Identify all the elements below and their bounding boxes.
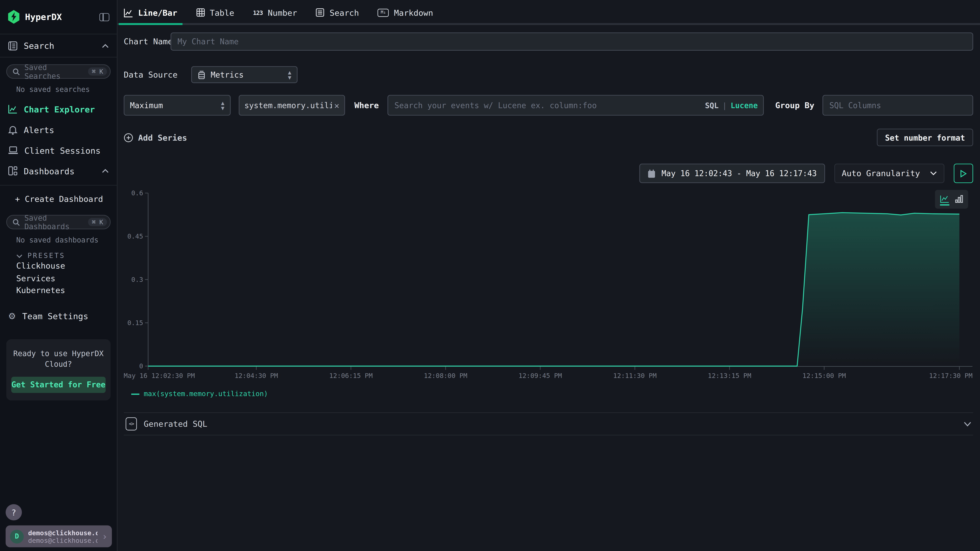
markdown-icon: M↓ (378, 8, 389, 16)
svg-text:12:09:45 PM: 12:09:45 PM (519, 372, 562, 380)
sidebar-item-dashboards[interactable]: Dashboards (0, 160, 117, 181)
main-content: Line/Bar Table 123 Number Search M↓ Ma (118, 0, 980, 551)
granularity-select[interactable]: Auto Granularity (834, 164, 944, 183)
chevron-down-icon (964, 421, 971, 426)
tab-markdown[interactable]: M↓ Markdown (378, 0, 433, 25)
tab-number[interactable]: 123 Number (253, 0, 297, 25)
cmd-k-badge: ⌘ K (88, 218, 107, 226)
tab-table[interactable]: Table (196, 0, 234, 25)
set-number-format-button[interactable]: Set number format (877, 129, 973, 146)
series-actions-row: Add Series Set number format (124, 129, 973, 146)
svg-text:0.15: 0.15 (127, 319, 143, 327)
run-query-button[interactable] (954, 164, 973, 183)
data-source-label: Data Source (124, 70, 178, 79)
remove-metric-icon[interactable]: × (334, 100, 339, 110)
where-input-wrap: SQL | Lucene (388, 95, 764, 116)
generated-sql-toggle[interactable]: <> Generated SQL (124, 412, 973, 435)
preset-item-clickhouse[interactable]: Clickhouse (0, 260, 117, 272)
gear-icon: ⚙ (8, 312, 16, 321)
svg-text:12:11:30 PM: 12:11:30 PM (613, 372, 657, 380)
line-chart-toggle-icon[interactable] (940, 195, 950, 205)
legend-label: max(system.memory.utilization) (144, 390, 268, 398)
preset-item-kubernetes[interactable]: Kubernetes (0, 284, 117, 297)
data-source-select[interactable]: Metrics ▲▼ (191, 66, 298, 83)
help-button[interactable]: ? (6, 504, 22, 520)
group-by-input[interactable] (822, 95, 973, 116)
divider (0, 185, 117, 186)
date-range-picker[interactable]: May 16 12:02:43 - May 16 12:17:43 (640, 164, 825, 183)
chevron-down-icon (16, 254, 23, 257)
tab-line-bar[interactable]: Line/Bar (124, 0, 177, 25)
tab-label: Table (210, 8, 234, 17)
table-icon (196, 8, 205, 17)
get-started-button[interactable]: Get Started for Free (11, 376, 105, 393)
nav-label: Dashboards (24, 166, 95, 176)
sidebar-item-team-settings[interactable]: ⚙ Team Settings (0, 306, 117, 326)
database-icon (197, 70, 206, 79)
bar-chart-toggle-icon[interactable] (955, 194, 963, 205)
timeseries-chart[interactable]: 00.150.30.450.6May 16 12:02:30 PM12:04:3… (124, 189, 972, 385)
sidebar-item-alerts[interactable]: Alerts (0, 119, 117, 140)
promo-title-line1: Ready to use HyperDX (11, 348, 105, 359)
date-range-value: May 16 12:02:43 - May 16 12:17:43 (662, 169, 817, 178)
chart-legend: max(system.memory.utilization) (124, 390, 973, 398)
group-by-label: Group By (775, 101, 815, 110)
search-page-icon (8, 41, 18, 51)
list-icon (316, 8, 325, 17)
chevron-up-icon (102, 169, 109, 173)
user-email: demos@clickhouse.com (28, 529, 98, 536)
svg-text:12:17:30 PM: 12:17:30 PM (929, 372, 973, 380)
line-chart-icon (8, 104, 18, 114)
query-language-toggle: SQL | Lucene (705, 95, 758, 116)
saved-searches-input[interactable]: Saved Searches ⌘ K (6, 64, 111, 79)
logo-row: HyperDX (0, 0, 117, 34)
toggle-separator: | (722, 101, 727, 110)
bell-icon (8, 125, 18, 135)
avatar: D (10, 529, 24, 543)
aggregation-select[interactable]: Maximum ▲▼ (124, 95, 231, 116)
line-chart-icon (124, 8, 133, 17)
lucene-mode-button[interactable]: Lucene (731, 101, 758, 110)
where-label: Where (355, 101, 379, 110)
play-icon (960, 170, 967, 177)
presets-toggle[interactable]: PRESETS (0, 252, 117, 260)
generated-sql-label: Generated SQL (144, 419, 207, 429)
sidebar-item-client-sessions[interactable]: Client Sessions (0, 140, 117, 160)
sidebar-item-chart-explorer[interactable]: Chart Explorer (0, 99, 117, 119)
data-source-row: Data Source Metrics ▲▼ (124, 66, 973, 83)
svg-text:0.3: 0.3 (131, 276, 143, 283)
user-subtitle: demos@clickhouse.com's (28, 536, 98, 544)
tab-search[interactable]: Search (316, 0, 359, 25)
no-saved-dashboards-note: No saved dashboards (0, 235, 117, 244)
sidebar-bottom: ? D demos@clickhouse.com demos@clickhous… (0, 504, 118, 551)
collapse-sidebar-icon[interactable] (99, 13, 110, 21)
metric-name: system.memory.utilization (244, 101, 332, 110)
svg-text:12:06:15 PM: 12:06:15 PM (329, 372, 373, 380)
sidebar-search-label: Search (24, 41, 95, 51)
app-window: HyperDX Search Saved Searches ⌘ K No sav… (0, 0, 980, 551)
granularity-value: Auto Granularity (842, 169, 920, 178)
add-series-button[interactable]: Add Series (124, 133, 187, 142)
chart-name-input[interactable] (171, 32, 973, 51)
saved-dashboards-input[interactable]: Saved Dashboards ⌘ K (6, 215, 111, 229)
preset-item-services[interactable]: Services (0, 272, 117, 284)
sidebar: HyperDX Search Saved Searches ⌘ K No sav… (0, 0, 118, 551)
svg-text:0.6: 0.6 (131, 189, 143, 197)
tab-track (118, 23, 980, 25)
aggregation-value: Maximum (130, 101, 163, 110)
tab-label: Line/Bar (138, 8, 177, 17)
chart-panel: 00.150.30.450.6May 16 12:02:30 PM12:04:3… (124, 189, 973, 398)
tab-bar: Line/Bar Table 123 Number Search M↓ Ma (124, 0, 973, 25)
svg-text:0: 0 (139, 362, 143, 370)
sql-mode-button[interactable]: SQL (705, 101, 719, 110)
data-source-value: Metrics (211, 70, 243, 79)
sidebar-item-search[interactable]: Search (0, 34, 117, 57)
user-meta: demos@clickhouse.com demos@clickhouse.co… (28, 529, 98, 544)
svg-text:12:04:30 PM: 12:04:30 PM (235, 372, 278, 380)
create-dashboard-button[interactable]: + Create Dashboard (0, 189, 117, 208)
metric-field-tag[interactable]: system.memory.utilization × (239, 95, 345, 116)
nav-label: Alerts (24, 125, 54, 135)
cmd-k-badge: ⌘ K (88, 68, 107, 76)
user-menu[interactable]: D demos@clickhouse.com demos@clickhouse.… (6, 525, 112, 547)
svg-text:12:15:00 PM: 12:15:00 PM (802, 372, 846, 380)
